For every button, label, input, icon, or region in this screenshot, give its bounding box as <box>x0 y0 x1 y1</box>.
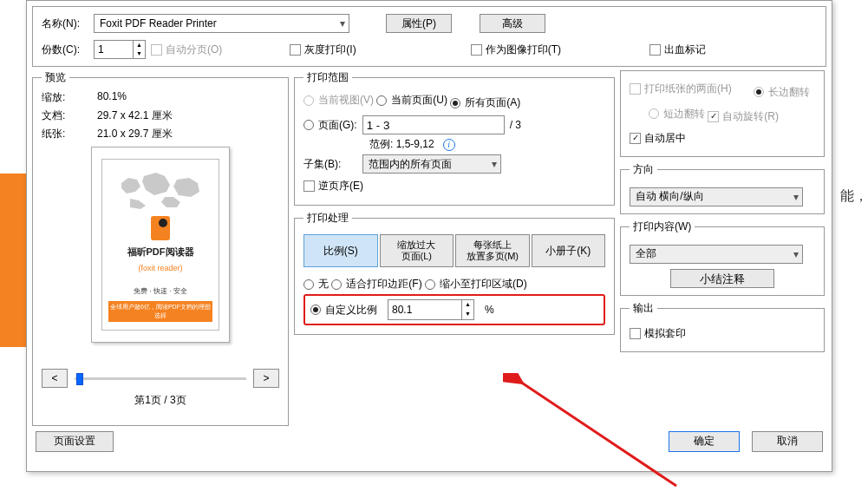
auto-center-label: 自动居中 <box>644 131 686 146</box>
copies-label: 份数(C): <box>42 43 88 57</box>
simulate-overprint-checkbox[interactable]: 模拟套印 <box>630 326 686 341</box>
collate-label: 自动分页(O) <box>166 43 222 57</box>
range-pages-radio[interactable]: 页面(G): <box>303 118 357 133</box>
short-edge-radio: 短边翻转 <box>649 107 705 121</box>
preview-tagline: 免费 · 快速 · 安全 <box>134 286 186 296</box>
page-setup-button[interactable]: 页面设置 <box>36 431 114 452</box>
scale-fit-label: 适合打印边距(F) <box>346 277 421 292</box>
preview-brand-cn: 福昕PDF阅读器 <box>127 246 194 259</box>
zoom-value: 80.1% <box>97 90 279 105</box>
doc-size-label: 文档: <box>42 108 97 123</box>
printer-select[interactable]: Foxit PDF Reader Printer <box>94 14 349 33</box>
range-pages-total: / 3 <box>510 119 521 131</box>
collate-checkbox: 自动分页(O) <box>151 43 222 57</box>
zoom-label: 缩放: <box>42 90 97 105</box>
grayscale-label: 灰度打印(I) <box>304 43 356 57</box>
bg-text: 能， <box>840 187 868 206</box>
auto-rotate-checkbox: 自动旋转(R) <box>708 109 779 124</box>
copies-down[interactable]: ▼ <box>134 49 145 58</box>
reverse-order-label: 逆页序(E) <box>318 179 363 193</box>
tab-booklet[interactable]: 小册子(K) <box>532 234 606 267</box>
custom-scale-up[interactable]: ▲ <box>462 300 473 310</box>
orientation-legend: 方向 <box>630 162 657 177</box>
properties-button[interactable]: 属性(P) <box>386 14 452 33</box>
bleed-marks-checkbox[interactable]: 出血标记 <box>649 43 706 57</box>
paper-options-fieldset: 打印纸张的两面(H) 长边翻转 短边翻转 自动旋转(R) 自动居中 <box>620 70 825 157</box>
print-handling-fieldset: 打印处理 比例(S) 缩放过大页面(L) 每张纸上放置多页(M) 小册子(K) … <box>294 211 615 335</box>
preview-legend: 预览 <box>42 70 69 85</box>
output-legend: 输出 <box>630 301 657 316</box>
percent-label: % <box>485 304 494 316</box>
auto-rotate-label: 自动旋转(R) <box>722 109 779 124</box>
bleed-marks-label: 出血标记 <box>664 43 706 57</box>
scale-custom-label: 自定义比例 <box>325 303 377 318</box>
print-range-legend: 打印范围 <box>303 70 352 85</box>
preview-pager: 第1页 / 3页 <box>42 393 279 408</box>
paper-size-value: 21.0 x 29.7 厘米 <box>97 127 279 141</box>
copies-spinner[interactable]: ▲▼ <box>94 40 146 59</box>
world-map-icon <box>113 167 208 211</box>
range-example: 范例: 1,5-9,12 <box>369 137 434 152</box>
preview-next-button[interactable]: > <box>253 369 279 388</box>
advanced-button[interactable]: 高级 <box>480 14 545 33</box>
top-area: 名称(N): Foxit PDF Reader Printer 属性(P) 高级… <box>32 6 826 67</box>
scale-none-label: 无 <box>318 277 329 292</box>
range-pages-input[interactable] <box>362 115 505 134</box>
printer-name-label: 名称(N): <box>42 16 88 31</box>
range-current-view-radio: 当前视图(V) <box>303 93 374 108</box>
range-current-page-radio[interactable]: 当前页面(U) <box>376 93 447 108</box>
orientation-fieldset: 方向 自动 横向/纵向 <box>620 162 825 214</box>
print-content-fieldset: 打印内容(W) 全部 小结注释 <box>620 220 825 296</box>
short-edge-label: 短边翻转 <box>663 107 705 121</box>
custom-scale-down[interactable]: ▼ <box>462 310 473 319</box>
print-range-fieldset: 打印范围 当前视图(V) 当前页面(U) 所有页面(A) 页面(G): / 3 … <box>294 70 615 206</box>
custom-scale-spinner[interactable]: ▲▼ <box>388 299 474 320</box>
range-current-page-label: 当前页面(U) <box>391 93 447 108</box>
scale-shrink-label: 缩小至打印区域(D) <box>440 277 527 292</box>
range-all-pages-radio[interactable]: 所有页面(A) <box>450 95 520 110</box>
orientation-select[interactable]: 自动 横向/纵向 <box>630 187 803 206</box>
tab-tile[interactable]: 缩放过大页面(L) <box>380 234 454 267</box>
subset-label: 子集(B): <box>303 157 357 172</box>
scale-shrink-radio[interactable]: 缩小至打印区域(D) <box>425 277 527 292</box>
simulate-overprint-label: 模拟套印 <box>644 326 686 341</box>
preview-brand-en: (foxit reader) <box>138 264 182 272</box>
preview-slider-thumb[interactable] <box>76 373 83 385</box>
subset-value: 范围内的所有页面 <box>369 157 452 172</box>
highlight-box: 自定义比例 ▲▼ % <box>303 294 605 325</box>
preview-slider[interactable] <box>75 377 246 380</box>
foxit-logo-icon <box>151 216 170 240</box>
info-icon[interactable]: i <box>443 139 455 151</box>
print-as-image-checkbox[interactable]: 作为图像打印(T) <box>471 43 561 57</box>
scale-none-radio[interactable]: 无 <box>303 277 329 292</box>
print-dialog: 名称(N): Foxit PDF Reader Printer 属性(P) 高级… <box>26 0 832 472</box>
preview-panel: 预览 缩放: 80.1% 文档: 29.7 x 42.1 厘米 纸张: 21.0… <box>32 70 289 426</box>
bg-orange <box>0 174 26 347</box>
paper-size-label: 纸张: <box>42 127 97 141</box>
summarize-comments-button[interactable]: 小结注释 <box>670 269 774 288</box>
cancel-button[interactable]: 取消 <box>752 431 823 452</box>
custom-scale-input[interactable] <box>388 300 461 319</box>
copies-up[interactable]: ▲ <box>134 41 145 49</box>
doc-size-value: 29.7 x 42.1 厘米 <box>97 108 279 123</box>
grayscale-checkbox[interactable]: 灰度打印(I) <box>290 43 356 57</box>
preview-prev-button[interactable]: < <box>42 369 68 388</box>
range-all-pages-label: 所有页面(A) <box>465 95 520 110</box>
tab-multiple[interactable]: 每张纸上放置多页(M) <box>455 234 530 267</box>
scale-custom-radio[interactable]: 自定义比例 <box>310 303 377 318</box>
scale-fit-radio[interactable]: 适合打印边距(F) <box>331 277 421 292</box>
reverse-order-checkbox[interactable]: 逆页序(E) <box>303 179 363 193</box>
copies-input[interactable] <box>95 41 133 58</box>
preview-page: 福昕PDF阅读器 (foxit reader) 免费 · 快速 · 安全 全球用… <box>101 159 219 331</box>
duplex-checkbox: 打印纸张的两面(H) <box>630 82 732 96</box>
tab-scale[interactable]: 比例(S) <box>303 234 378 267</box>
subset-select[interactable]: 范围内的所有页面 <box>362 154 501 174</box>
main-area: 预览 缩放: 80.1% 文档: 29.7 x 42.1 厘米 纸张: 21.0… <box>27 70 832 426</box>
print-as-image-label: 作为图像打印(T) <box>486 43 561 57</box>
long-edge-radio: 长边翻转 <box>754 85 810 100</box>
print-content-legend: 打印内容(W) <box>630 220 695 234</box>
auto-center-checkbox[interactable]: 自动居中 <box>630 131 686 146</box>
content-select[interactable]: 全部 <box>630 245 803 264</box>
preview-paper: 福昕PDF阅读器 (foxit reader) 免费 · 快速 · 安全 全球用… <box>91 147 230 343</box>
ok-button[interactable]: 确定 <box>669 431 740 452</box>
